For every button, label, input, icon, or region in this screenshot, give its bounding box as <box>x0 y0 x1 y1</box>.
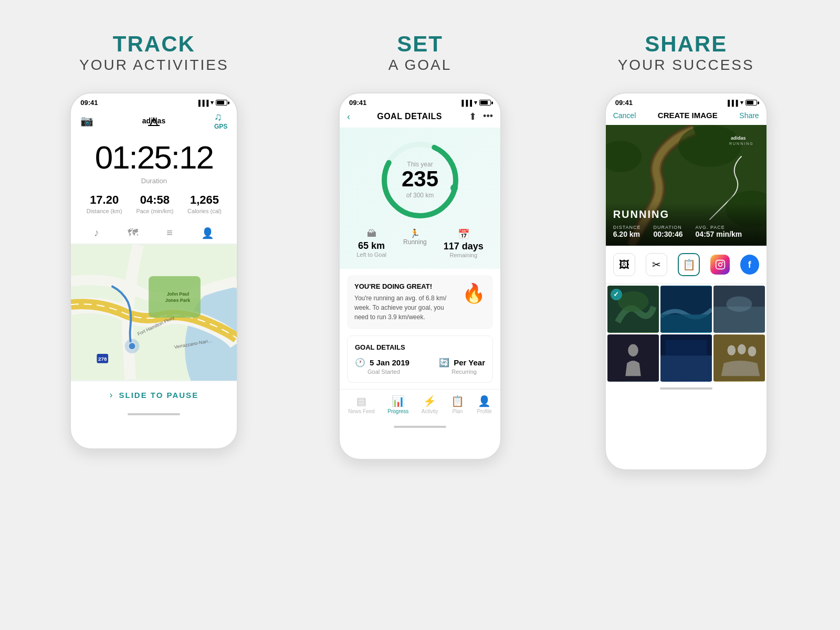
tab-map-icon[interactable]: 🗺 <box>128 227 138 239</box>
phone2-header: ‹ GOAL DETAILS ⬆ ••• <box>340 109 500 128</box>
stat-calories-lbl: Calories (cal) <box>187 208 222 214</box>
heading-goal: SET A GOAL <box>388 32 452 74</box>
nav-plan-lbl: Plan <box>451 408 464 414</box>
nav-progress[interactable]: 📊 Progress <box>387 395 408 414</box>
home-indicator-3 <box>606 383 766 394</box>
goal-left-lbl: Left to Goal <box>356 251 386 258</box>
adidas-logo-1: adidas <box>141 112 167 130</box>
crop-share-btn[interactable]: ✂ <box>646 253 668 276</box>
nav-progress-lbl: Progress <box>387 408 408 414</box>
running-icon: 🏃 <box>410 229 420 238</box>
stat-pace-running: AVG. PACE 04:57 min/km <box>696 225 742 238</box>
slide-bar[interactable]: › SLIDE TO PAUSE <box>71 381 237 409</box>
stat-distance-running: DISTANCE 6.20 km <box>613 225 641 238</box>
status-bar-1: 09:41 ▐▐▐ ▾ <box>71 93 237 109</box>
svg-text:RUNNING: RUNNING <box>729 142 754 145</box>
nav-activity-lbl: Activity <box>422 408 438 414</box>
phone1-nav: 📷 adidas ♫ GPS <box>71 109 237 134</box>
tab-music-icon[interactable]: ♪ <box>93 227 99 239</box>
nav-progress-icon: 📊 <box>387 395 408 407</box>
nav-plan[interactable]: 📋 Plan <box>451 395 464 414</box>
nav-activity-icon: ⚡ <box>422 395 438 407</box>
battery-icon-2 <box>479 100 491 106</box>
goal-left-to-goal: 🏔 65 km Left to Goal <box>356 228 386 258</box>
heading-share: SHARE YOUR SUCCESS <box>618 32 754 74</box>
stat-pace-val: 04:58 <box>136 193 173 207</box>
stats-row: 17.20 Distance (km) 04:58 Pace (min/km) … <box>71 193 237 223</box>
facebook-share-btn[interactable]: f <box>740 255 759 275</box>
svg-rect-32 <box>660 314 712 332</box>
goal-circle-text: This year 235 of 300 km <box>399 161 441 200</box>
svg-text:John Paul: John Paul <box>167 291 189 297</box>
instagram-share-btn[interactable] <box>710 255 729 275</box>
tab-user-icon[interactable]: 👤 <box>201 227 214 239</box>
stat-calories: 1,265 Calories (cal) <box>187 193 222 214</box>
photo-cell-5[interactable] <box>660 334 712 382</box>
nav-profile[interactable]: 👤 Profile <box>477 395 491 414</box>
running-stats: DISTANCE 6.20 km DURATION 00:30:46 AVG. … <box>613 225 759 238</box>
cancel-button[interactable]: Cancel <box>613 111 636 120</box>
photo-cell-1[interactable] <box>607 286 659 333</box>
status-bar-3: 09:41 ▐▐▐ ▾ <box>606 93 766 109</box>
wifi-icon-3: ▾ <box>740 99 743 106</box>
photo-cell-4[interactable] <box>607 334 659 382</box>
svg-rect-39 <box>660 355 712 381</box>
duration-val: 00:30:46 <box>654 230 683 238</box>
photo-cell-6[interactable] <box>713 334 765 382</box>
nav-newsfeed-lbl: News Feed <box>348 408 375 414</box>
status-time-1: 09:41 <box>80 99 98 107</box>
clipboard-share-btn[interactable]: 📋 <box>678 253 700 276</box>
phone3-header: Cancel CREATE IMAGE Share <box>606 109 766 125</box>
phone-share: 09:41 ▐▐▐ ▾ Cancel CREATE IMAGE Share <box>605 92 768 470</box>
column-track: TRACK YOUR ACTIVITIES 09:41 ▐▐▐ ▾ 📷 <box>21 32 287 449</box>
nav-profile-icon: 👤 <box>477 395 491 407</box>
svg-point-30 <box>617 291 648 312</box>
signal-icon-2: ▐▐▐ <box>460 100 472 106</box>
motivation-text: YOU'RE DOING GREAT! You're running an av… <box>354 282 457 322</box>
goal-started-item: 🕐 5 Jan 2019 Goal Started <box>355 358 410 375</box>
svg-text:adidas: adidas <box>731 135 746 141</box>
heading-accent-share: SHARE <box>618 32 754 57</box>
duration-lbl: DURATION <box>654 225 683 230</box>
map-container: John Paul Jones Park Fort Hamilton Pkwy … <box>71 244 237 381</box>
home-indicator-1 <box>71 409 237 419</box>
more-icon[interactable]: ••• <box>483 111 493 122</box>
nav-activity[interactable]: ⚡ Activity <box>422 395 438 414</box>
stat-pace-lbl: Pace (min/km) <box>136 208 173 214</box>
home-indicator-2 <box>340 422 500 432</box>
svg-point-35 <box>726 297 752 312</box>
status-time-2: 09:41 <box>349 99 366 107</box>
photo-cell-3[interactable] <box>713 286 765 333</box>
phone1-tabs: ♪ 🗺 ≡ 👤 <box>71 223 237 244</box>
create-image-title: CREATE IMAGE <box>658 111 718 120</box>
svg-rect-40 <box>665 340 706 355</box>
wifi-icon-1: ▾ <box>211 99 214 106</box>
running-overlay: RUNNING DISTANCE 6.20 km DURATION 00:30:… <box>606 201 766 246</box>
gps-area: ♫ GPS <box>214 111 227 130</box>
goal-days-lbl: Remaining <box>444 252 484 258</box>
goal-circle: This year 235 of 300 km <box>378 138 462 222</box>
timer-label: Duration <box>71 177 237 185</box>
tab-list-icon[interactable]: ≡ <box>166 227 173 239</box>
svg-point-27 <box>718 263 722 267</box>
nav-news-feed[interactable]: ▤ News Feed <box>348 395 375 414</box>
share-icon[interactable]: ⬆ <box>469 111 477 122</box>
slide-arrow-icon: › <box>110 390 113 401</box>
share-button[interactable]: Share <box>739 111 759 120</box>
recurring-icon: 🔄 <box>439 358 449 368</box>
flame-icon: 🔥 <box>462 282 486 304</box>
music-icon[interactable]: ♫ <box>214 111 222 122</box>
svg-point-10 <box>125 339 140 353</box>
image-share-btn[interactable]: 🖼 <box>613 253 635 276</box>
wifi-icon-2: ▾ <box>474 99 477 106</box>
camera-icon[interactable]: 📷 <box>80 114 93 127</box>
svg-rect-26 <box>716 260 724 269</box>
back-button[interactable]: ‹ <box>347 111 350 122</box>
goal-days-remaining: 📅 117 days Remaining <box>444 228 484 258</box>
photo-cell-2[interactable] <box>660 286 712 333</box>
motivation-body: You're running an avg. of 6.8 km/ week. … <box>354 293 457 322</box>
stat-distance-val: 17.20 <box>87 193 122 207</box>
goal-days-val: 117 days <box>444 241 484 252</box>
stat-duration-running: DURATION 00:30:46 <box>654 225 683 238</box>
motivation-title: YOU'RE DOING GREAT! <box>354 282 457 290</box>
